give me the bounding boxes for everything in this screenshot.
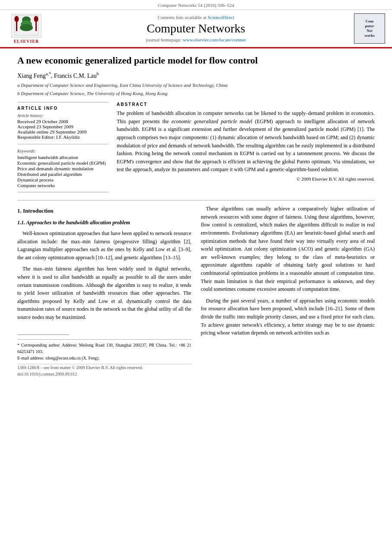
- elsevier-logo: ELSEVIER: [7, 14, 46, 44]
- footnote-area: * Corresponding author. Address: Meilong…: [17, 339, 191, 361]
- article-info-col: ARTICLE INFO Article history: Received 2…: [17, 102, 108, 192]
- svg-point-6: [15, 16, 19, 22]
- elsevier-logo-image: [11, 14, 41, 38]
- abstract-label: ABSTRACT: [117, 102, 375, 107]
- article-meta-row: ARTICLE INFO Article history: Received 2…: [17, 102, 375, 192]
- affiliations: a Department of Computer Science and Eng…: [17, 82, 375, 97]
- subsection11-heading: 1.1. Approaches to the bandwidth allocat…: [17, 219, 191, 227]
- body-divider: [17, 200, 375, 201]
- journal-header: ELSEVIER Contents lists available at Sci…: [0, 10, 392, 48]
- body-right-para-1: These algorithms can usually achieve a c…: [201, 205, 375, 293]
- keyword-2: Economic generalized particle model (EGP…: [17, 160, 108, 166]
- copyright: © 2009 Elsevier B.V. All rights reserved…: [117, 176, 375, 182]
- journal-homepage: journal homepage: www.elsevier.com/locat…: [46, 37, 346, 42]
- cn-logo: ComputerNetworks: [354, 13, 385, 44]
- content-available: Contents lists available at ScienceDirec…: [46, 15, 346, 20]
- sciencedirect-link[interactable]: ScienceDirect: [207, 15, 234, 20]
- body-para-1: Well-known optimization approaches that …: [17, 229, 191, 261]
- abstract-col: ABSTRACT The problem of bandwidth alloca…: [117, 102, 375, 192]
- author2-name: , Francis C.M. Lau: [51, 72, 97, 79]
- svg-point-4: [20, 24, 33, 31]
- keyword-5: Dynamical process: [17, 177, 108, 182]
- info-divider: [17, 144, 108, 144]
- footnote-email: E-mail address: xfeng@ecust.edu.cn (X. F…: [17, 355, 191, 361]
- author2-sup: b: [96, 71, 99, 76]
- editor: Responsible Editor: I.F. Akyildiz: [17, 134, 108, 140]
- journal-title-area: Contents lists available at ScienceDirec…: [46, 15, 346, 42]
- history-label: Article history:: [17, 113, 108, 118]
- cn-logo-area: ComputerNetworks: [346, 13, 385, 44]
- affiliation-a: a Department of Computer Science and Eng…: [17, 82, 375, 89]
- available-date: Available online 29 September 2009: [17, 129, 108, 134]
- footnote-star: * Corresponding author. Address: Meilong…: [17, 342, 191, 355]
- svg-point-8: [34, 16, 38, 22]
- accepted-date: Accepted 23 September 2009: [17, 124, 108, 129]
- keyword-1: Intelligent bandwidth allocation: [17, 155, 108, 160]
- body-para-2: The max–min fairness algorithm has been …: [17, 265, 191, 321]
- abstract-text: The problem of bandwidth allocation in c…: [117, 109, 375, 174]
- homepage-link[interactable]: www.elsevier.com/locate/comnet: [183, 37, 246, 42]
- page: Computer Networks 54 (2010) 506–524: [0, 0, 392, 535]
- author1-sup: a,*: [46, 71, 51, 76]
- affiliation-b: b Department of Computer Science, The Un…: [17, 90, 375, 97]
- footer-doi: doi:10.1016/j.comnet.2009.09.012: [17, 371, 191, 378]
- body-left-col: 1. Introduction 1.1. Approaches to the b…: [17, 205, 191, 377]
- article-info-label: ARTICLE INFO: [17, 106, 108, 111]
- elsevier-brand: ELSEVIER: [14, 39, 39, 44]
- body-columns: 1. Introduction 1.1. Approaches to the b…: [17, 205, 375, 377]
- received-date: Received 29 October 2008: [17, 119, 108, 124]
- journal-citation: Computer Networks 54 (2010) 506–524: [0, 0, 392, 10]
- authors: Xiang Fenga,*, Francis C.M. Laub: [17, 71, 375, 80]
- journal-name: Computer Networks: [46, 22, 346, 35]
- keywords-section: Keywords: Intelligent bandwidth allocati…: [17, 149, 108, 188]
- citation-text: Computer Networks 54 (2010) 506–524: [158, 3, 234, 8]
- keywords-label: Keywords:: [17, 149, 108, 153]
- section1-heading: 1. Introduction: [17, 207, 191, 215]
- body-right-para-2: During the past several years, a number …: [201, 297, 375, 337]
- footer-issn: 1389-1286/$ – see front matter © 2009 El…: [17, 364, 191, 371]
- keyword-4: Distributed and parallel algorithm: [17, 172, 108, 177]
- main-content: A new economic generalized particle mode…: [0, 48, 392, 384]
- article-history: Article history: Received 29 October 200…: [17, 113, 108, 140]
- body-right-col: These algorithms can usually achieve a c…: [201, 205, 375, 377]
- footer-bar: 1389-1286/$ – see front matter © 2009 El…: [17, 364, 191, 378]
- footnote-divider: [17, 334, 69, 335]
- author1-name: Xiang Feng: [17, 72, 46, 79]
- paper-title: A new economic generalized particle mode…: [17, 54, 375, 67]
- keyword-6: Computer networks: [17, 183, 108, 188]
- keyword-3: Price and demands dynamic modulation: [17, 166, 108, 171]
- cn-logo-title: ComputerNetworks: [364, 19, 375, 38]
